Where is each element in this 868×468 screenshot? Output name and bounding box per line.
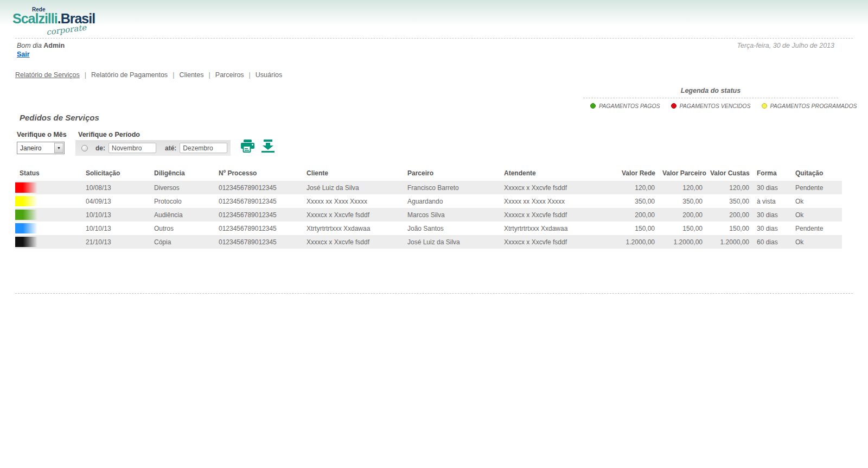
table-row: 21/10/13Cópia0123456789012345Xxxxcx x Xx… xyxy=(15,235,842,249)
legend-item-label: PAGAMENTOS VENCIDOS xyxy=(680,103,751,109)
brand-name-primary: Scalzilli xyxy=(12,11,58,26)
cell-quitacao: Ok xyxy=(791,208,842,222)
period-from-input[interactable] xyxy=(108,143,156,153)
download-button[interactable] xyxy=(261,140,275,155)
cell-valor_custas: 120,00 xyxy=(706,181,752,194)
cell-solicitacao: 04/09/13 xyxy=(81,194,150,208)
legend-item: PAGAMENTOS VENCIDOS xyxy=(671,103,751,109)
cell-parceiro: Marcos Silva xyxy=(403,208,500,222)
column-header-solicitacao: Solicitação xyxy=(81,169,150,181)
column-header-valor_custas: Valor Custas xyxy=(706,169,752,181)
period-filter-group: de: até: xyxy=(75,140,231,156)
cell-quitacao: Ok xyxy=(791,235,842,249)
current-date: Terça-feira, 30 de Julho de 2013 xyxy=(737,42,834,49)
cell-valor_parceiro: 350,00 xyxy=(658,194,706,208)
period-from-label: de: xyxy=(95,144,105,152)
username: Admin xyxy=(43,42,65,49)
cell-solicitacao: 21/10/13 xyxy=(81,235,150,249)
cell-valor_parceiro: 200,00 xyxy=(658,208,706,222)
cell-valor_parceiro: 120,00 xyxy=(658,181,706,194)
status-swatch xyxy=(15,210,37,220)
report-body: 10/08/13Diversos0123456789012345José Lui… xyxy=(15,181,842,249)
nav-item[interactable]: Usuários xyxy=(256,71,282,79)
column-header-valor_rede: Valor Rede xyxy=(617,169,658,181)
nav-item[interactable]: Clientes xyxy=(179,71,203,79)
month-select-value: Janeiro xyxy=(17,144,54,152)
services-report-table: StatusSolicitaçãoDiligênciaNº ProcessoCl… xyxy=(15,169,842,249)
status-swatch xyxy=(15,237,37,247)
status-dot-icon xyxy=(590,103,596,109)
greeting-prefix: Bom dia xyxy=(17,42,42,49)
column-header-status: Status xyxy=(15,169,81,181)
cell-status xyxy=(15,208,81,222)
cell-processo: 0123456789012345 xyxy=(214,208,302,222)
nav-item[interactable]: Parceiros xyxy=(215,71,244,79)
cell-parceiro: Aguardando xyxy=(403,194,500,208)
legend-items: PAGAMENTOS PAGOSPAGAMENTOS VENCIDOSPAGAM… xyxy=(583,103,838,109)
cell-status xyxy=(15,181,81,194)
nav-item[interactable]: Relatório de Pagamentos xyxy=(91,71,168,79)
status-swatch xyxy=(15,223,37,233)
column-header-parceiro: Parceiro xyxy=(403,169,500,181)
cell-diligencia: Diversos xyxy=(150,181,214,194)
nav-item[interactable]: Relatório de Serviços xyxy=(15,71,80,79)
chevron-down-icon[interactable]: ▼ xyxy=(54,143,63,153)
column-header-valor_parceiro: Valor Parceiro xyxy=(658,169,706,181)
status-swatch xyxy=(15,196,37,206)
cell-cliente: José Luiz da Silva xyxy=(302,181,403,194)
cell-status xyxy=(15,235,81,249)
main-nav: Relatório de Serviços|Relatório de Pagam… xyxy=(15,71,282,79)
page-title: Pedidos de Serviços xyxy=(20,113,99,122)
printer-icon xyxy=(240,146,255,155)
column-header-quitacao: Quitação xyxy=(791,169,842,181)
cell-valor_rede: 150,00 xyxy=(617,222,658,235)
cell-diligencia: Outros xyxy=(150,222,214,235)
cell-atendente: Xxxxcx x Xxcvfe fsddf xyxy=(500,235,617,249)
cell-processo: 0123456789012345 xyxy=(214,222,302,235)
cell-atendente: Xxxxcx x Xxcvfe fsddf xyxy=(500,208,617,222)
footer-divider xyxy=(15,293,853,294)
logout-link[interactable]: Sair xyxy=(17,50,30,58)
cell-cliente: Xtrtyrtrtrtxxx Xxdawaa xyxy=(302,222,403,235)
nav-separator: | xyxy=(249,71,251,79)
nav-separator: | xyxy=(209,71,210,79)
status-dot-icon xyxy=(762,103,767,109)
cell-diligencia: Protocolo xyxy=(150,194,214,208)
cell-parceiro: João Santos xyxy=(403,222,500,235)
table-row: 10/08/13Diversos0123456789012345José Lui… xyxy=(15,181,842,194)
period-to-label: até: xyxy=(165,144,176,152)
cell-valor_rede: 120,00 xyxy=(617,181,658,194)
cell-parceiro: José Luiz da Silva xyxy=(403,235,500,249)
brand-logo: Rede Scalzilli.Brasil corporate xyxy=(12,5,132,37)
cell-diligencia: Audiência xyxy=(150,208,214,222)
period-to-input[interactable] xyxy=(180,143,227,153)
cell-valor_custas: 150,00 xyxy=(706,222,752,235)
period-radio[interactable] xyxy=(81,145,88,151)
cell-quitacao: Ok xyxy=(791,194,842,208)
period-filter-label: Verifique o Período xyxy=(78,131,140,138)
print-button[interactable] xyxy=(240,140,255,155)
cell-quitacao: Pendente xyxy=(791,181,842,194)
cell-atendente: Xxxxcx x Xxcvfe fsddf xyxy=(500,181,617,194)
cell-cliente: Xxxxcx x Xxcvfe fsddf xyxy=(302,208,403,222)
column-header-processo: Nº Processo xyxy=(214,169,302,181)
page-root: Rede Scalzilli.Brasil corporate Bom dia … xyxy=(0,0,868,468)
legend-divider xyxy=(583,98,838,98)
report-header-row: StatusSolicitaçãoDiligênciaNº ProcessoCl… xyxy=(15,169,842,181)
cell-valor_parceiro: 1.2000,00 xyxy=(658,235,706,249)
cell-valor_custas: 350,00 xyxy=(706,194,752,208)
column-header-cliente: Cliente xyxy=(302,169,403,181)
cell-forma: 30 dias xyxy=(752,222,791,235)
cell-valor_rede: 1.2000,00 xyxy=(617,235,658,249)
cell-valor_rede: 200,00 xyxy=(617,208,658,222)
status-legend: Legenda do status PAGAMENTOS PAGOSPAGAME… xyxy=(583,87,838,109)
cell-valor_rede: 350,00 xyxy=(617,194,658,208)
cell-processo: 0123456789012345 xyxy=(214,235,302,249)
download-icon xyxy=(261,146,275,155)
cell-cliente: Xxxxcx x Xxcvfe fsddf xyxy=(302,235,403,249)
table-row: 10/10/13Outros0123456789012345Xtrtyrtrtr… xyxy=(15,222,842,235)
table-row: 10/10/13Audiência0123456789012345Xxxxcx … xyxy=(15,208,842,222)
month-select[interactable]: Janeiro ▼ xyxy=(17,142,65,154)
legend-item: PAGAMENTOS PAGOS xyxy=(590,103,660,109)
table-row: 04/09/13Protocolo0123456789012345Xxxxx x… xyxy=(15,194,842,208)
